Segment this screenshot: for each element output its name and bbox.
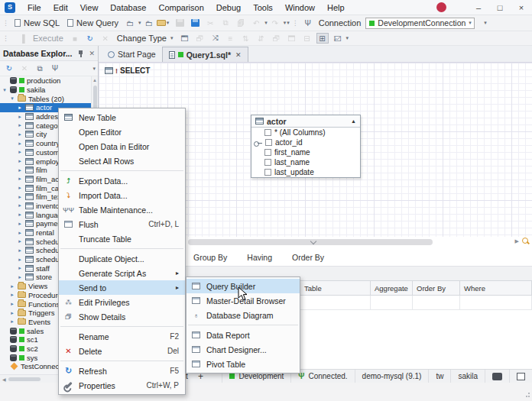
scroll-thumb[interactable] — [8, 377, 41, 381]
menu-show-details[interactable]: 🗇Show Details — [59, 309, 185, 324]
close-panel-icon[interactable]: ✕ — [89, 50, 95, 57]
submenu-data-report[interactable]: Data Report — [187, 328, 300, 342]
join-tables-icon[interactable]: ⤨ — [209, 33, 222, 44]
scroll-up-icon[interactable]: ▲ — [92, 76, 97, 84]
collapse-card-icon[interactable]: ▲ — [351, 118, 356, 124]
user-indicator[interactable]: tw — [428, 370, 450, 383]
menu-export-data[interactable]: ⤴Export Data... — [59, 173, 185, 188]
submenu-chart-designer[interactable]: Chart Designer... — [187, 342, 300, 357]
pin-icon[interactable] — [78, 50, 84, 57]
submenu-database-diagram[interactable]: ♁Database Diagram — [187, 308, 300, 322]
grid-view-icon[interactable]: ⊞ — [316, 33, 329, 44]
collapsed-icon[interactable]: ▸ — [17, 176, 23, 182]
menu-tools[interactable]: Tools — [247, 2, 279, 14]
copy-icon[interactable]: ⧉ — [219, 18, 232, 28]
new-sql-button[interactable]: New SQL — [11, 18, 63, 28]
results-pane-icon[interactable]: 🗗 — [194, 33, 206, 44]
paste-icon[interactable]: 🗐 — [235, 18, 247, 28]
expanded-icon[interactable]: ▾ — [9, 95, 15, 102]
undo-icon[interactable]: ↶ — [250, 18, 262, 28]
refresh-icon[interactable]: ↻ — [84, 33, 96, 44]
tree-item-sakila[interactable]: ▾sakila — [0, 86, 98, 95]
new-document-icon[interactable]: 🗀 — [124, 18, 136, 28]
scroll-right-icon[interactable]: ▶ — [515, 238, 519, 244]
open-file-icon[interactable] — [157, 20, 166, 26]
collapsed-icon[interactable]: ▸ — [9, 283, 15, 289]
explorer-duplicate-icon[interactable]: ⧉ — [34, 63, 45, 74]
new-connection-icon[interactable]: Ψ — [302, 18, 314, 28]
group-rows-icon[interactable]: ≡ — [225, 33, 237, 44]
panel-toggle-outline[interactable] — [509, 370, 532, 383]
collapsed-icon[interactable]: ▸ — [17, 149, 23, 155]
scroll-left-icon[interactable]: ◀ — [0, 377, 8, 382]
menu-send-to[interactable]: Send to▸ — [59, 280, 185, 295]
menu-edit[interactable]: Edit — [47, 2, 74, 14]
column-header-where[interactable]: Where — [460, 281, 532, 295]
minimize-button[interactable]: – — [468, 0, 489, 15]
collapsed-icon[interactable]: ▸ — [17, 131, 23, 137]
undo-dropdown-icon[interactable]: ▾ — [264, 20, 268, 26]
tab-having[interactable]: Having — [247, 253, 272, 262]
collapsed-icon[interactable]: ▸ — [17, 221, 23, 227]
menu-flush[interactable]: FlushCtrl+D, L — [59, 217, 185, 231]
menu-open-editor[interactable]: Open Editor — [59, 125, 185, 139]
new-object-icon[interactable]: 🗀 — [143, 18, 155, 28]
redo-dropdown-icon[interactable]: ▾ — [284, 20, 287, 26]
save-icon[interactable] — [174, 18, 186, 28]
menu-generate-script-as[interactable]: Generate Script As▸ — [59, 266, 185, 280]
menu-new-table[interactable]: New Table — [59, 110, 185, 125]
cancel-icon[interactable]: ✕ — [99, 33, 112, 44]
panel-toggle-filled[interactable] — [485, 370, 509, 383]
checkbox[interactable] — [264, 149, 271, 156]
collapsed-icon[interactable]: ▸ — [17, 158, 23, 164]
split-vertical-icon[interactable]: 🗖 — [286, 33, 298, 44]
toolbar-grip-icon[interactable]: ⋮ — [0, 19, 11, 27]
column-header-aggregate[interactable]: Aggregate — [371, 281, 413, 295]
tree-item-production[interactable]: production — [0, 76, 98, 86]
maximize-button[interactable]: □ — [489, 0, 511, 15]
open-file-dropdown-icon[interactable]: ▾ — [167, 20, 170, 26]
menu-debug[interactable]: Debug — [210, 2, 247, 14]
split-horizontal-icon[interactable]: 🗗 — [271, 33, 283, 44]
checkbox[interactable] — [265, 139, 272, 146]
submenu-pivot-table[interactable]: Pivot Table — [187, 357, 300, 371]
tab-query1[interactable]: Query1.sql* ✕ — [162, 47, 248, 62]
close-tab-icon[interactable]: ✕ — [235, 51, 242, 59]
change-type-button[interactable]: Change Type ▾ — [113, 33, 177, 44]
collapsed-icon[interactable]: ▸ — [9, 292, 15, 298]
checkbox[interactable] — [264, 159, 271, 166]
close-button[interactable]: × — [511, 0, 532, 15]
collapsed-icon[interactable]: ▸ — [17, 122, 23, 128]
sort-descending-icon[interactable]: ⇵ — [255, 33, 268, 44]
column-all[interactable]: * (All Columns) — [251, 128, 360, 137]
database-indicator[interactable]: sakila — [450, 370, 485, 383]
collapsed-icon[interactable]: ▸ — [17, 257, 23, 263]
designer-view-icon[interactable]: 🗠 — [332, 33, 344, 44]
collapsed-icon[interactable]: ▸ — [17, 202, 23, 209]
redo-icon[interactable]: ↷ — [269, 18, 281, 28]
column-header-table[interactable]: Table — [300, 281, 371, 295]
collapsed-icon[interactable]: ▸ — [9, 301, 15, 307]
menu-help[interactable]: Help — [321, 2, 351, 14]
column-first-name[interactable]: first_name — [251, 147, 360, 157]
collapsed-icon[interactable]: ▸ — [9, 310, 15, 316]
collapsed-icon[interactable]: ▸ — [17, 274, 23, 280]
menu-edit-privileges[interactable]: ⁂Edit Privileges — [59, 295, 185, 309]
collapsed-icon[interactable]: ▸ — [17, 238, 23, 244]
collapsed-icon[interactable]: ▸ — [17, 141, 23, 147]
menu-table-maintenance[interactable]: ΨΨTable Maintenance... — [59, 202, 185, 217]
explorer-delete-icon[interactable]: ✕ — [19, 63, 30, 74]
collapsed-icon[interactable]: ▸ — [17, 114, 23, 120]
collapsed-icon[interactable]: ▸ — [17, 167, 23, 173]
new-document-dropdown-icon[interactable]: ▾ — [138, 20, 141, 26]
resize-grip-icon[interactable] — [524, 393, 530, 399]
stop-icon[interactable]: ■ — [69, 33, 81, 44]
menu-rename[interactable]: RenameF2 — [59, 329, 185, 344]
explorer-refresh-icon[interactable]: ↻ — [4, 63, 15, 74]
cut-icon[interactable]: ✂ — [204, 18, 216, 28]
tab-start-page[interactable]: Start Page — [102, 47, 162, 62]
column-actor-id[interactable]: actor_id — [251, 137, 360, 147]
sort-ascending-icon[interactable]: ⇅ — [240, 33, 252, 44]
collapsed-icon[interactable]: ▸ — [17, 105, 23, 111]
execute-button[interactable]: ▐ Execute — [11, 32, 67, 44]
